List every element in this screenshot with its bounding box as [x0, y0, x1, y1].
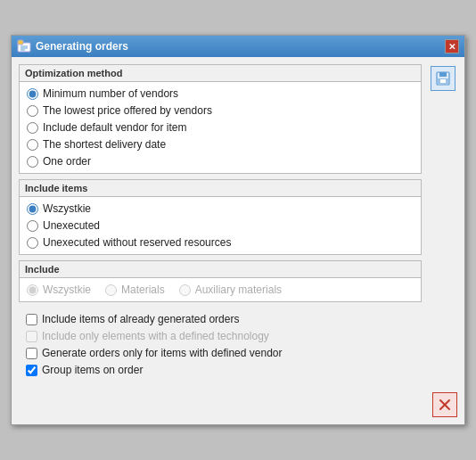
chk-group-items[interactable]: Group items on order: [26, 364, 414, 376]
typ-materials-label: Materials: [121, 283, 165, 296]
include-items-title: Include items: [20, 180, 421, 197]
typ-wszystkie-radio[interactable]: [27, 284, 38, 296]
chk-defined-vendor[interactable]: Generate orders only for items with defi…: [26, 347, 414, 359]
include-type-group: Wszystkie Materials Auxiliary materials: [27, 283, 414, 296]
include-items-section: Include items Wszystkie Unexecuted Unexe…: [19, 179, 422, 255]
chk-defined-technology-label: Include only elements with a defined tec…: [42, 330, 269, 342]
checkboxes-section: Include items of already generated order…: [19, 308, 422, 382]
typ-wszystkie[interactable]: Wszystkie: [27, 283, 91, 296]
chk-defined-vendor-input[interactable]: [26, 348, 37, 359]
typ-materials[interactable]: Materials: [105, 283, 165, 296]
svg-rect-8: [440, 79, 446, 83]
typ-auxiliary[interactable]: Auxiliary materials: [179, 283, 282, 296]
typ-auxiliary-radio[interactable]: [179, 284, 191, 296]
chk-already-generated-label: Include items of already generated order…: [42, 313, 239, 325]
chk-defined-technology-input[interactable]: [26, 331, 37, 342]
typ-materials-radio[interactable]: [105, 284, 117, 296]
save-icon: [435, 70, 451, 86]
chk-group-items-label: Group items on order: [42, 364, 143, 376]
inc-unexecuted-label: Unexecuted: [43, 219, 100, 232]
opt-min-vendors-radio[interactable]: [27, 88, 38, 100]
inc-unexecuted-radio[interactable]: [27, 220, 38, 232]
inc-unexecuted-no-reserved-label: Unexecuted without reserved resources: [43, 236, 231, 249]
inc-wszystkie-label: Wszystkie: [43, 202, 91, 215]
opt-lowest-price[interactable]: The lowest price offered by vendors: [27, 104, 414, 117]
opt-shortest-delivery-label: The shortest delivery date: [43, 138, 166, 151]
content-area: Optimization method Minimum number of ve…: [12, 57, 464, 389]
include-body: Wszystkie Materials Auxiliary materials: [20, 278, 421, 301]
optimization-method-section: Optimization method Minimum number of ve…: [19, 64, 422, 174]
svg-rect-1: [18, 40, 23, 45]
inc-wszystkie-radio[interactable]: [27, 203, 38, 215]
opt-min-vendors-label: Minimum number of vendors: [43, 87, 178, 100]
opt-one-order-radio[interactable]: [27, 156, 38, 168]
opt-shortest-delivery-radio[interactable]: [27, 139, 38, 151]
save-button[interactable]: [431, 66, 455, 91]
chk-defined-vendor-label: Generate orders only for items with defi…: [42, 347, 282, 359]
opt-one-order[interactable]: One order: [27, 155, 414, 168]
opt-min-vendors[interactable]: Minimum number of vendors: [27, 87, 414, 100]
typ-wszystkie-label: Wszystkie: [43, 283, 91, 296]
main-panel: Optimization method Minimum number of ve…: [19, 64, 422, 382]
window-icon: [17, 39, 31, 53]
chk-already-generated[interactable]: Include items of already generated order…: [26, 313, 414, 325]
chk-defined-technology[interactable]: Include only elements with a defined tec…: [26, 330, 414, 342]
inc-unexecuted-no-reserved[interactable]: Unexecuted without reserved resources: [27, 236, 414, 249]
cancel-icon: [437, 397, 453, 413]
opt-default-vendor-radio[interactable]: [27, 122, 38, 134]
inc-unexecuted-no-reserved-radio[interactable]: [27, 237, 38, 249]
optimization-method-body: Minimum number of vendors The lowest pri…: [20, 82, 421, 173]
window-close-button[interactable]: ✕: [445, 39, 459, 53]
window-title: Generating orders: [36, 40, 128, 53]
inc-wszystkie[interactable]: Wszystkie: [27, 202, 414, 215]
opt-shortest-delivery[interactable]: The shortest delivery date: [27, 138, 414, 151]
main-window: Generating orders ✕ Optimization method …: [11, 35, 465, 425]
include-items-body: Wszystkie Unexecuted Unexecuted without …: [20, 197, 421, 254]
svg-rect-6: [439, 72, 447, 77]
typ-auxiliary-label: Auxiliary materials: [195, 283, 282, 296]
inc-unexecuted[interactable]: Unexecuted: [27, 219, 414, 232]
cancel-button[interactable]: [432, 392, 457, 417]
opt-default-vendor[interactable]: Include default vendor for item: [27, 121, 414, 134]
opt-one-order-label: One order: [43, 155, 91, 168]
opt-default-vendor-label: Include default vendor for item: [43, 121, 186, 134]
opt-lowest-price-radio[interactable]: [27, 105, 38, 117]
include-section: Include Wszystkie Materials: [19, 260, 422, 302]
opt-lowest-price-label: The lowest price offered by vendors: [43, 104, 212, 117]
chk-group-items-input[interactable]: [26, 365, 37, 376]
chk-already-generated-input[interactable]: [26, 314, 37, 325]
sidebar: [429, 64, 457, 382]
bottom-button-row: [12, 389, 464, 424]
title-bar: Generating orders ✕: [12, 36, 464, 57]
include-title: Include: [20, 261, 421, 278]
optimization-method-title: Optimization method: [20, 65, 421, 82]
title-bar-left: Generating orders: [17, 39, 128, 53]
